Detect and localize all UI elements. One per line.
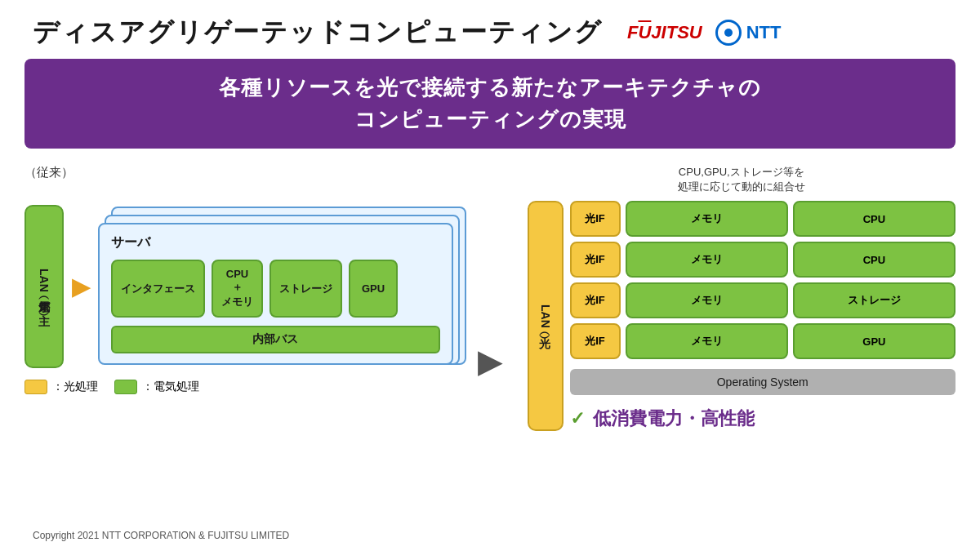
- ntt-logo: NTT: [715, 20, 782, 46]
- legend-electric: ：電気処理: [114, 380, 199, 394]
- fujitsu-logo: FUJITSU: [627, 22, 702, 43]
- server-main-box: サーバ インタフェース CPU＋メモリ ストレージ GPU 内部バス: [98, 223, 453, 365]
- row1-memory: メモリ: [626, 201, 788, 237]
- row3-storage: ストレージ: [793, 282, 956, 318]
- row2-optical-if: 光IF: [570, 242, 621, 278]
- main-banner: 各種リソースを光で接続する新たなアーキテクチャの コンピューティングの実現: [24, 59, 956, 149]
- lan-arrow: ▶: [72, 273, 90, 300]
- resource-rows: 光IF メモリ CPU 光IF メモリ CPU 光IF メモリ ストレージ: [570, 201, 956, 431]
- page-title: ディスアグリゲーテッドコンピューティング: [33, 15, 603, 51]
- footer-copyright: Copyright 2021 NTT CORPORATION & FUJITSU…: [33, 530, 289, 541]
- component-interface: インタフェース: [111, 260, 205, 318]
- component-storage: ストレージ: [270, 260, 342, 318]
- row3-memory: メモリ: [626, 282, 788, 318]
- logos: FUJITSU NTT: [627, 20, 781, 46]
- checkmark-icon: ✓: [570, 408, 585, 429]
- component-cpu-memory: CPU＋メモリ: [212, 260, 263, 318]
- lan-box-left: LAN（電気が主）: [24, 205, 64, 368]
- traditional-label: （従来）: [24, 165, 453, 180]
- resource-row-2: 光IF メモリ CPU: [570, 242, 956, 278]
- banner-text: 各種リソースを光で接続する新たなアーキテクチャの コンピューティングの実現: [41, 72, 939, 136]
- row4-gpu: GPU: [793, 323, 956, 359]
- legend-optical: ：光処理: [24, 380, 98, 394]
- component-gpu: GPU: [349, 260, 398, 318]
- header: ディスアグリゲーテッドコンピューティング FUJITSU NTT: [0, 0, 980, 59]
- row2-memory: メモリ: [626, 242, 788, 278]
- lan-box-right: LAN（光）: [528, 201, 564, 431]
- row4-optical-if: 光IF: [570, 323, 621, 359]
- resource-row-1: 光IF メモリ CPU: [570, 201, 956, 237]
- new-architecture-diagram: LAN（光） 光IF メモリ CPU 光IF メモリ CPU 光IF: [528, 201, 956, 431]
- right-note: CPU,GPU,ストレージ等を 処理に応じて動的に組合せ: [528, 165, 956, 194]
- legend: ：光処理 ：電気処理: [24, 380, 453, 394]
- os-bar: Operating System: [570, 369, 956, 395]
- server-stack: サーバ インタフェース CPU＋メモリ ストレージ GPU 内部バス: [98, 223, 453, 365]
- row1-optical-if: 光IF: [570, 201, 621, 237]
- ntt-text: NTT: [746, 22, 782, 43]
- legend-green-box: [114, 380, 137, 394]
- row1-cpu: CPU: [793, 201, 956, 237]
- server-components: インタフェース CPU＋メモリ ストレージ GPU: [111, 260, 440, 318]
- resource-row-4: 光IF メモリ GPU: [570, 323, 956, 359]
- row4-memory: メモリ: [626, 323, 788, 359]
- ntt-inner-dot: [724, 29, 733, 37]
- transition-arrow: ▶: [470, 230, 511, 491]
- row3-optical-if: 光IF: [570, 282, 621, 318]
- server-label: サーバ: [111, 234, 440, 251]
- main-content: （従来） サーバ(箱単位)の増設 LAN（電気が主） ▶ サーバ インタフェ: [0, 165, 980, 491]
- ntt-circle-icon: [715, 20, 742, 46]
- benefit-text: 低消費電力・高性能: [593, 407, 755, 431]
- internal-bus: 内部バス: [111, 326, 440, 353]
- right-diagram: CPU,GPU,ストレージ等を 処理に応じて動的に組合せ LAN（光） 光IF …: [528, 165, 956, 491]
- benefit-line: ✓ 低消費電力・高性能: [570, 407, 956, 431]
- row2-cpu: CPU: [793, 242, 956, 278]
- resource-row-3: 光IF メモリ ストレージ: [570, 282, 956, 318]
- legend-yellow-box: [24, 380, 47, 394]
- left-diagram: （従来） サーバ(箱単位)の増設 LAN（電気が主） ▶ サーバ インタフェ: [24, 165, 453, 491]
